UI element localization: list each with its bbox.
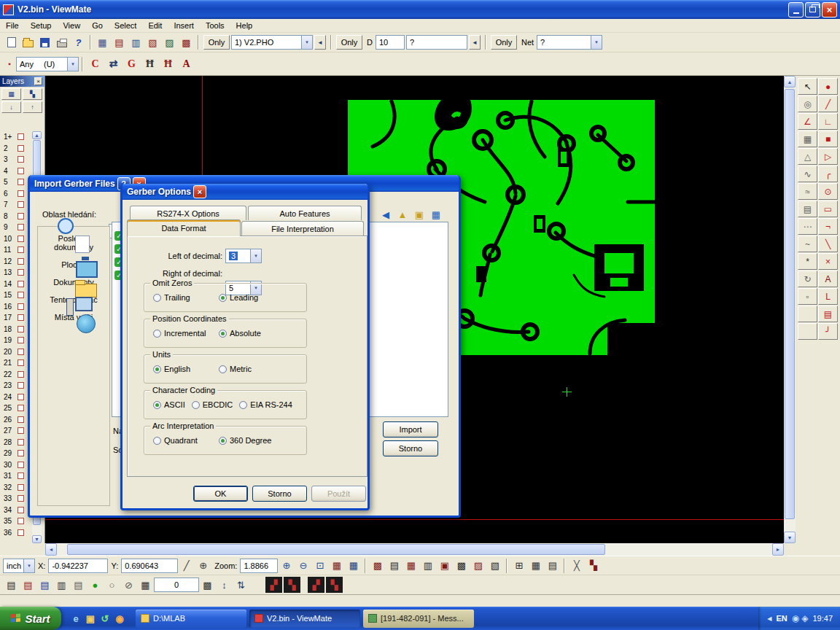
layer-color-swatch[interactable] <box>18 201 24 208</box>
pad-pattern-5-icon[interactable]: ▣ <box>436 558 453 574</box>
zoom-field[interactable]: 1.8866 <box>240 559 278 573</box>
pad-pattern-3-icon[interactable]: ▦ <box>402 558 419 574</box>
radio-icon[interactable] <box>239 401 247 409</box>
y-coordinate-field[interactable]: 0.690643 <box>121 559 178 573</box>
save-button[interactable] <box>36 34 53 50</box>
zoom-in-icon[interactable]: ⊕ <box>278 558 295 574</box>
menu-item[interactable]: View <box>57 19 86 33</box>
layer-color-swatch[interactable] <box>18 427 24 434</box>
arc-tool-icon[interactable]: ╭ <box>818 166 838 182</box>
layer-color-swatch[interactable] <box>18 507 24 513</box>
pointer-tool-icon[interactable]: ↖ <box>798 78 817 95</box>
tab-file-interpretation[interactable]: File Interpretation <box>241 221 364 236</box>
dot-grid-icon[interactable]: ▩ <box>199 577 216 593</box>
select-filter-combo[interactable]: Any (U) ▼ <box>16 57 79 71</box>
views-icon[interactable]: ▦ <box>429 207 443 222</box>
radio-option[interactable]: Metric <box>219 365 284 373</box>
vertical-scroll-thumb[interactable] <box>785 89 795 519</box>
blank-slot[interactable] <box>798 323 817 340</box>
horizontal-scrollbar[interactable]: ◄ ► <box>45 543 784 556</box>
highlight-left-button[interactable]: Ħ <box>141 55 159 73</box>
place-item[interactable]: Dokumenty <box>39 278 109 287</box>
layer-row[interactable]: 4 <box>0 166 32 177</box>
only-layer-toggle[interactable]: Only <box>203 35 230 50</box>
place-item[interactable]: Poslední dokumenty <box>39 234 109 252</box>
radio-icon[interactable] <box>153 294 161 302</box>
new-folder-icon[interactable]: ▣ <box>412 207 427 222</box>
select-group-button[interactable]: G <box>122 55 141 73</box>
ie-quicklaunch-icon[interactable]: e <box>69 612 82 625</box>
hatch-tool-icon[interactable]: ▤ <box>798 201 817 217</box>
report-icon[interactable]: ▨ <box>161 34 178 50</box>
gerber-dialog-titlebar[interactable]: Gerber Options × <box>122 184 368 200</box>
chevron-down-icon[interactable]: ▼ <box>23 559 34 572</box>
radio-option[interactable]: EBCDIC <box>192 400 233 409</box>
language-indicator[interactable]: EN <box>776 614 787 623</box>
delete-tool-icon[interactable]: × <box>818 253 838 270</box>
spline-tool-icon[interactable]: ~ <box>798 236 817 252</box>
only-dcode-toggle[interactable]: Only <box>336 35 362 50</box>
collapse-tray-icon[interactable]: ◀ <box>767 615 771 622</box>
rotate-tool-icon[interactable]: ◎ <box>798 96 817 112</box>
radio-option[interactable]: Absolute <box>219 329 284 338</box>
layer-color-swatch[interactable] <box>18 269 24 276</box>
counter-field[interactable]: 0 <box>154 578 199 592</box>
layer-color-swatch[interactable] <box>18 439 24 446</box>
only-net-toggle[interactable]: Only <box>491 35 517 50</box>
scroll-up-icon[interactable]: ▲ <box>32 131 42 139</box>
layer-color-swatch[interactable] <box>18 179 24 185</box>
dither-pattern-icon[interactable]: ▚ <box>326 577 343 593</box>
vertical-arrows-icon[interactable]: ↕ <box>216 577 233 593</box>
pad-tool-icon[interactable]: ● <box>818 78 838 95</box>
pad-pattern-2-icon[interactable]: ▤ <box>386 558 402 574</box>
place-item[interactable]: Tento počítač <box>39 295 109 304</box>
layer-color-swatch[interactable] <box>18 326 24 332</box>
l-shape-tool-icon[interactable]: L <box>818 288 838 305</box>
layer-color-swatch[interactable] <box>18 416 24 423</box>
layers-stack-5-icon[interactable]: ▤ <box>70 577 87 593</box>
gear-tool-icon[interactable]: * <box>798 253 817 270</box>
mirror-tool-icon[interactable]: △ <box>798 148 817 165</box>
lamp-off-icon[interactable]: ⊘ <box>120 577 137 593</box>
taskbar-window-button[interactable]: D:\MLAB <box>136 610 246 628</box>
chevron-down-icon[interactable]: ▼ <box>250 249 261 262</box>
layer-color-swatch[interactable] <box>18 495 24 502</box>
layer-color-swatch[interactable] <box>18 145 24 152</box>
dcode-input[interactable]: 10 <box>376 35 405 50</box>
cancel-button[interactable]: Storno <box>252 486 307 502</box>
layer-color-swatch[interactable] <box>18 529 24 536</box>
layers-stack-1-icon[interactable]: ▤ <box>3 577 20 593</box>
restore-button[interactable] <box>805 2 820 18</box>
layer-combo[interactable]: 1) V2.PHO ▼ <box>231 35 313 50</box>
radio-option[interactable]: Trailing <box>153 293 219 302</box>
context-help-button[interactable]: ? <box>70 34 87 50</box>
obround-tool-icon[interactable]: ▭ <box>818 201 838 217</box>
start-button[interactable]: Start <box>0 607 61 630</box>
layer-color-swatch[interactable] <box>18 190 24 197</box>
scroll-right-icon[interactable]: ► <box>772 543 784 556</box>
scroll-down-icon[interactable]: ▼ <box>32 535 42 543</box>
menu-item[interactable]: Setup <box>25 19 58 33</box>
dots-tool-icon[interactable]: ⋯ <box>798 218 817 235</box>
radio-icon[interactable] <box>219 437 227 445</box>
layers-panel-titlebar[interactable]: Layers × <box>0 76 44 87</box>
radio-option[interactable]: English <box>153 365 219 373</box>
chevron-down-icon[interactable]: ▼ <box>301 36 312 49</box>
tab-rs274x-options[interactable]: RS274-X Options <box>130 206 246 220</box>
radio-icon[interactable] <box>192 401 200 409</box>
back-icon[interactable]: ◀ <box>378 207 393 222</box>
import-button[interactable]: Import <box>383 421 438 438</box>
layer-color-swatch[interactable] <box>18 303 24 310</box>
measure-icon[interactable]: ╱ <box>178 558 195 574</box>
radio-icon[interactable] <box>153 330 161 338</box>
open-file-button[interactable] <box>20 34 36 50</box>
layer-color-swatch[interactable] <box>18 394 24 400</box>
radio-option[interactable]: EIA RS-244 <box>239 400 292 409</box>
rows-icon[interactable]: ▤ <box>544 558 561 574</box>
radio-option[interactable]: 360 Degree <box>219 436 284 445</box>
menu-item[interactable]: Go <box>86 19 109 33</box>
radio-option[interactable]: Leading <box>219 293 284 302</box>
diagonal-tool-icon[interactable]: ╲ <box>818 236 838 252</box>
hook-tool-icon[interactable]: ╯ <box>818 323 838 340</box>
layer-color-swatch[interactable] <box>18 224 24 230</box>
